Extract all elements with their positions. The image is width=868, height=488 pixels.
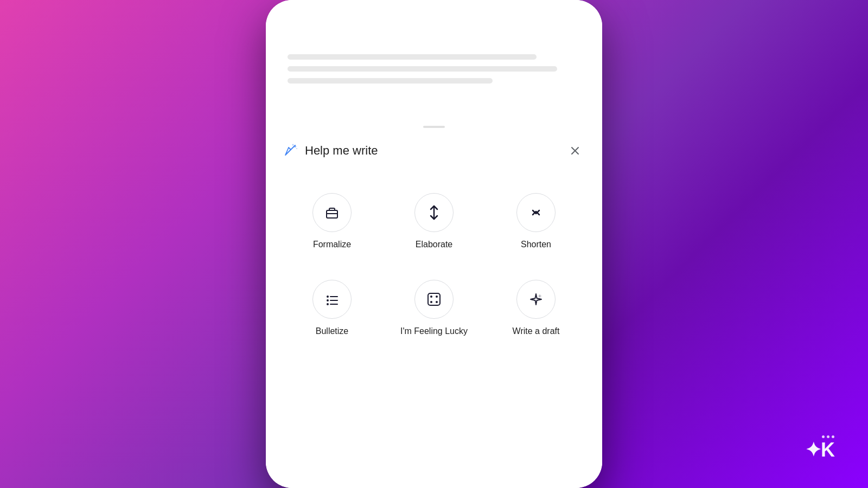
svg-point-10 <box>327 303 329 305</box>
watermark-area: ✦K <box>805 435 834 460</box>
feeling-lucky-label: I'm Feeling Lucky <box>400 326 468 336</box>
elaborate-label: Elaborate <box>416 240 453 249</box>
wm-dot-1 <box>822 435 825 438</box>
shorten-icon-circle <box>516 193 556 232</box>
svg-point-13 <box>430 296 432 298</box>
list-icon <box>323 291 341 308</box>
bulletize-label: Bulletize <box>316 326 348 336</box>
panel-title: Help me write <box>305 144 378 158</box>
svg-point-16 <box>436 301 438 303</box>
doc-line-2 <box>288 66 557 72</box>
wm-dot-3 <box>832 435 834 438</box>
phone-inner: Help me write <box>266 0 602 488</box>
elaborate-icon-circle <box>414 193 454 232</box>
formalize-label: Formalize <box>313 240 351 249</box>
option-shorten[interactable]: Shorten <box>487 180 585 262</box>
svg-point-6 <box>327 296 329 298</box>
doc-line-3 <box>288 78 493 84</box>
option-write-draft[interactable]: Write a draft <box>487 267 585 349</box>
option-feeling-lucky[interactable]: I'm Feeling Lucky <box>385 267 483 349</box>
briefcase-icon <box>323 204 341 221</box>
wm-dot-2 <box>827 435 829 438</box>
write-draft-label: Write a draft <box>513 326 560 336</box>
write-draft-icon-circle <box>516 280 556 319</box>
dice-icon <box>425 291 443 308</box>
svg-point-14 <box>436 296 438 298</box>
panel-header: Help me write <box>266 128 602 171</box>
phone-frame: Help me write <box>266 0 602 488</box>
magic-pen-icon <box>283 143 298 158</box>
svg-point-0 <box>294 145 296 147</box>
svg-rect-12 <box>428 293 440 305</box>
text-height-icon <box>425 204 443 221</box>
watermark-text: ✦K <box>805 440 834 460</box>
svg-point-1 <box>292 144 294 146</box>
formalize-icon-circle <box>312 193 352 232</box>
svg-point-2 <box>296 148 297 149</box>
svg-point-15 <box>430 301 432 303</box>
panel-title-row: Help me write <box>283 143 378 158</box>
bulletize-icon-circle <box>312 280 352 319</box>
svg-point-8 <box>327 299 329 301</box>
document-lines <box>288 54 580 90</box>
compress-icon <box>527 204 545 221</box>
sparkles-icon <box>527 291 545 308</box>
feeling-lucky-icon-circle <box>414 280 454 319</box>
doc-line-1 <box>288 54 537 60</box>
options-grid: Formalize Elaborate <box>266 171 602 367</box>
help-me-write-panel: Help me write <box>266 119 602 488</box>
close-icon <box>570 145 580 156</box>
close-button[interactable] <box>565 141 585 160</box>
option-elaborate[interactable]: Elaborate <box>385 180 483 262</box>
option-formalize[interactable]: Formalize <box>283 180 381 262</box>
shorten-label: Shorten <box>521 240 551 249</box>
option-bulletize[interactable]: Bulletize <box>283 267 381 349</box>
